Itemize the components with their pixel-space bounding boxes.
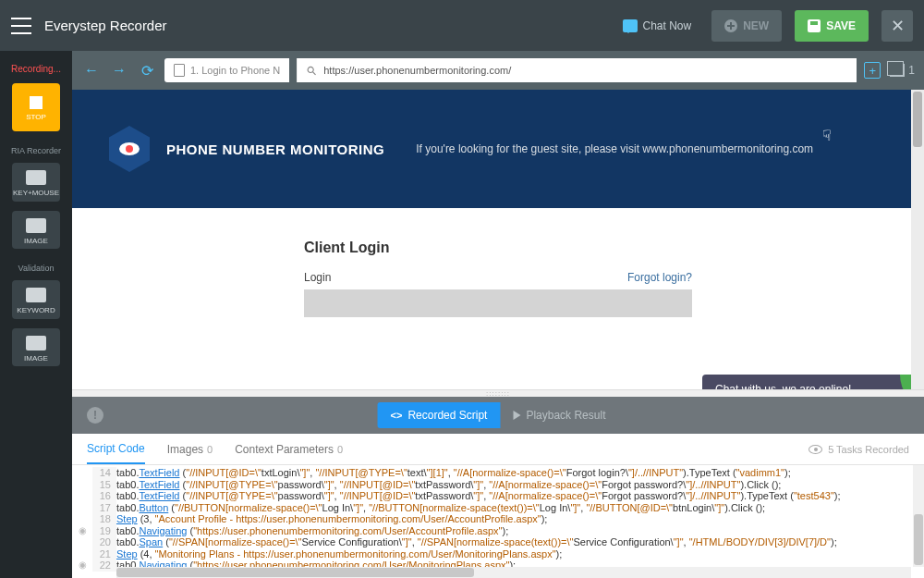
code-line[interactable]: 16tab0.TextField ("//INPUT[@TYPE=\"passw…: [72, 490, 924, 502]
new-button[interactable]: NEW: [711, 10, 782, 42]
document-icon: [174, 64, 185, 77]
chat-widget[interactable]: Chat with us, we are online!: [702, 375, 924, 389]
line-number: 22: [92, 560, 116, 572]
script-toolbar: ! Recorded Script Playback Result: [72, 397, 924, 434]
tasks-label: 5 Tasks Recorded: [828, 444, 909, 455]
cursor-pointer-icon: ☟: [822, 127, 832, 144]
code-line[interactable]: 18Step (3, "Account Profile - https://us…: [72, 513, 924, 525]
page-header: PHONE NUMBER MONITORING If you're lookin…: [72, 90, 924, 208]
code-line[interactable]: 17tab0.Button ("//BUTTON[normalize-space…: [72, 502, 924, 514]
back-button[interactable]: ←: [81, 60, 102, 80]
image2-label: IMAGE: [24, 354, 48, 363]
browser-viewport: PHONE NUMBER MONITORING If you're lookin…: [72, 90, 924, 389]
recorded-label: Recorded Script: [407, 409, 487, 422]
image-icon: [26, 218, 46, 233]
key-mouse-button[interactable]: KEY+MOUSE: [12, 163, 60, 202]
ria-section-label: RIA Recorder: [11, 146, 61, 155]
image-icon: [26, 336, 46, 350]
code-text: tab0.TextField ("//INPUT[@TYPE=\"passwor…: [116, 479, 924, 491]
code-text: Step (4, "Monitoring Plans - https://use…: [116, 548, 924, 560]
key-mouse-label: KEY+MOUSE: [13, 189, 59, 198]
code-vertical-scrollbar[interactable]: [913, 465, 924, 567]
guest-message: If you're looking for the guest site, pl…: [416, 142, 813, 155]
save-label: SAVE: [826, 19, 856, 32]
line-number: 18: [92, 513, 116, 525]
chat-now-button[interactable]: Chat Now: [623, 19, 692, 32]
tasks-recorded: 5 Tasks Recorded: [808, 434, 909, 464]
url-bar[interactable]: ⚲ https://user.phonenumbermonitoring.com…: [297, 58, 857, 82]
play-icon: [513, 411, 520, 420]
login-input[interactable]: [304, 289, 692, 317]
line-number: 20: [92, 536, 116, 548]
browser-nav-bar: ← → ⟳ 1. Login to Phone N ⚲ https://user…: [72, 51, 924, 90]
tab-context[interactable]: Context Parameters 0: [235, 434, 343, 464]
tab-script-code-label: Script Code: [87, 442, 145, 455]
tab-script-code[interactable]: Script Code: [87, 434, 145, 464]
code-text: tab0.TextField ("//INPUT[@TYPE=\"passwor…: [116, 490, 924, 502]
horizontal-scrollbar[interactable]: [116, 567, 911, 578]
code-line[interactable]: 14tab0.TextField ("//INPUT[@ID=\"txtLogi…: [72, 467, 924, 479]
reload-button[interactable]: ⟳: [137, 60, 157, 80]
brand-text: PHONE NUMBER MONITORING: [166, 141, 384, 157]
playback-label: Playback Result: [526, 409, 605, 422]
image-validation-button[interactable]: IMAGE: [12, 328, 60, 367]
link-icon: ⚲: [303, 62, 320, 79]
code-editor[interactable]: 14tab0.TextField ("//INPUT[@ID=\"txtLogi…: [72, 465, 924, 578]
tab-count[interactable]: 1: [890, 64, 915, 77]
forward-button[interactable]: →: [109, 60, 129, 80]
scroll-thumb[interactable]: [913, 92, 922, 147]
breakpoint-gutter[interactable]: [72, 536, 92, 548]
tab-images[interactable]: Images 0: [167, 434, 213, 464]
breakpoint-gutter[interactable]: ◉: [72, 560, 92, 572]
tabs-icon: [890, 64, 905, 77]
keyword-icon: [26, 288, 46, 302]
code-text: tab0.TextField ("//INPUT[@ID=\"txtLogin\…: [116, 467, 924, 479]
breakpoint-gutter[interactable]: [72, 479, 92, 491]
breakpoint-gutter[interactable]: [72, 548, 92, 560]
code-line[interactable]: 21Step (4, "Monitoring Plans - https://u…: [72, 548, 924, 560]
breakpoint-gutter[interactable]: [72, 467, 92, 479]
save-button[interactable]: SAVE: [795, 10, 869, 42]
keyword-button[interactable]: KEYWORD: [12, 280, 60, 319]
sidebar: Recording... STOP RIA Recorder KEY+MOUSE…: [0, 51, 72, 578]
eye-icon: [119, 142, 140, 155]
line-number: 14: [92, 467, 116, 479]
code-line[interactable]: ◉19tab0.Navigating ("https://user.phonen…: [72, 525, 924, 537]
breakpoint-gutter[interactable]: ◉: [72, 525, 92, 537]
code-text: Step (3, "Account Profile - https://user…: [116, 513, 924, 525]
vertical-scrollbar[interactable]: [911, 90, 924, 389]
recorded-script-tab[interactable]: Recorded Script: [378, 402, 501, 428]
playback-result-tab[interactable]: Playback Result: [500, 402, 618, 428]
eye-icon: [808, 445, 822, 454]
stop-button[interactable]: STOP: [12, 83, 60, 131]
app-title: Everystep Recorder: [44, 18, 610, 33]
scroll-thumb[interactable]: [914, 514, 923, 565]
stop-icon: [30, 96, 43, 109]
add-tab-button[interactable]: +: [864, 62, 881, 79]
info-icon[interactable]: !: [87, 407, 103, 424]
validation-section-label: Validation: [18, 264, 55, 273]
login-title: Client Login: [304, 240, 692, 256]
keyword-label: KEYWORD: [17, 306, 55, 315]
code-text: tab0.Button ("//BUTTON[normalize-space()…: [116, 502, 924, 514]
keyboard-icon: [26, 170, 46, 185]
code-line[interactable]: 20tab0.Span ("//SPAN[normalize-space()=\…: [72, 536, 924, 548]
login-panel: Client Login Login Forgot login?: [286, 221, 711, 389]
breakpoint-gutter[interactable]: [72, 513, 92, 525]
panel-resize-handle[interactable]: ::::::::: [72, 389, 924, 397]
breakpoint-gutter[interactable]: [72, 490, 92, 502]
forgot-login-link[interactable]: Forgot login?: [627, 271, 692, 284]
code-line[interactable]: 15tab0.TextField ("//INPUT[@TYPE=\"passw…: [72, 479, 924, 491]
image-label: IMAGE: [24, 237, 48, 246]
code-text: tab0.Navigating ("https://user.phonenumb…: [116, 525, 924, 537]
save-icon: [808, 19, 821, 32]
image-ria-button[interactable]: IMAGE: [12, 211, 60, 250]
line-number: 17: [92, 502, 116, 514]
top-bar: Everystep Recorder Chat Now NEW SAVE ✕: [0, 0, 924, 51]
scroll-thumb[interactable]: [116, 568, 474, 577]
browser-tab[interactable]: 1. Login to Phone N: [164, 58, 289, 82]
line-number: 15: [92, 479, 116, 491]
menu-icon[interactable]: [11, 18, 31, 34]
close-button[interactable]: ✕: [881, 10, 913, 42]
breakpoint-gutter[interactable]: [72, 502, 92, 514]
